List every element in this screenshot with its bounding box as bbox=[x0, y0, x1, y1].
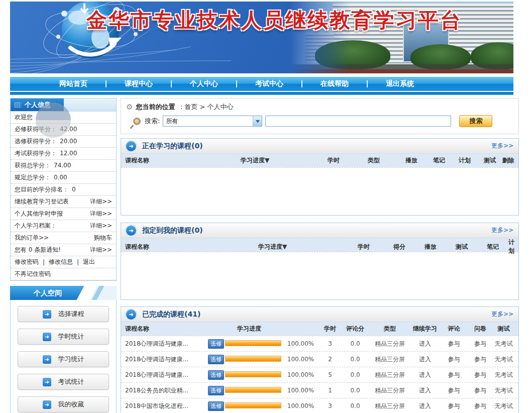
comment-link[interactable]: 参与 bbox=[440, 386, 468, 395]
continue-link[interactable]: 进入 bbox=[410, 355, 440, 364]
course-badge-cell: 选修 bbox=[208, 355, 224, 364]
course-type: 精品三分屏 bbox=[370, 386, 410, 395]
col-notes: 笔记 bbox=[427, 156, 452, 165]
main-content: ⚙ 您当前的位置 ：首页 > 个人中心 搜索: 所有 搜索 bbox=[121, 98, 519, 413]
survey-link[interactable]: 参与 bbox=[468, 386, 493, 395]
course-type: 精品三分屏 bbox=[370, 340, 410, 348]
progress-cell bbox=[224, 340, 282, 348]
breadcrumb-label: 您当前的位置 bbox=[136, 102, 175, 112]
continue-link[interactable]: 进入 bbox=[410, 386, 440, 395]
space-button[interactable]: ➜ 我的收藏 bbox=[18, 396, 109, 412]
sidebar: 个人信息 欢迎您 必修获得学分：42.00 选修获得学分：20.00 bbox=[10, 98, 117, 413]
link-separator: | bbox=[77, 259, 79, 266]
survey-link[interactable]: 参与 bbox=[468, 355, 493, 364]
course-name[interactable]: 2018公务员的职业精... bbox=[125, 386, 208, 395]
continue-link[interactable]: 进入 bbox=[410, 371, 440, 379]
personal-space-title: 个人空间 bbox=[10, 286, 85, 300]
forget-password-link[interactable]: 不再记住密码 bbox=[15, 270, 51, 278]
learning-section-header: ➜ 正在学习的课程(0) 更多>> bbox=[121, 139, 518, 154]
course-type: 精品三分屏 bbox=[370, 402, 410, 410]
info-link-left[interactable]: 个人学习档案： bbox=[15, 222, 57, 230]
course-name[interactable]: 2018心理调适与健康... bbox=[125, 371, 208, 379]
search-input[interactable] bbox=[265, 116, 451, 127]
completed-more-link[interactable]: 更多>> bbox=[491, 310, 513, 319]
progress-cell bbox=[224, 387, 282, 394]
breadcrumb-path: ：首页 > 个人中心 bbox=[178, 102, 233, 112]
nav-course-center[interactable]: 课程中心 bbox=[107, 79, 171, 88]
col-continue: 继续学习 bbox=[410, 325, 440, 333]
site-banner: 金华市专业技术人员继续教育学习平台 bbox=[10, 2, 513, 73]
info-link-right[interactable]: 详细>> bbox=[90, 222, 112, 230]
nav-logout[interactable]: 退出系统 bbox=[368, 79, 432, 88]
survey-link[interactable]: 参与 bbox=[468, 371, 493, 379]
completed-section-title: 已完成的课程(41) bbox=[142, 310, 200, 319]
learning-more-link[interactable]: 更多>> bbox=[491, 142, 513, 150]
course-name[interactable]: 2018中国市场化进程... bbox=[125, 402, 208, 410]
learning-table-header: 课程名称 学习进度▼ 学时 类型 播放 笔记 计划 测试 删除 bbox=[121, 154, 518, 167]
course-badge-cell: 选修 bbox=[208, 386, 224, 395]
change-info-link[interactable]: 修改信息 bbox=[49, 258, 73, 266]
col-progress-sort[interactable]: 学习进度▼ bbox=[241, 156, 316, 165]
course-hours: 3 bbox=[320, 402, 341, 409]
comment-score: 0.0 bbox=[341, 387, 370, 394]
course-badge-cell: 选修 bbox=[208, 401, 224, 411]
completed-table-header: 课程名称 学习进度 学时 评论分 类型 继续学习 评论 问卷 测试 bbox=[121, 322, 518, 336]
change-password-link[interactable]: 修改密码 bbox=[15, 258, 39, 266]
personal-space-header: 个人空间 bbox=[10, 286, 117, 300]
comment-link[interactable]: 参与 bbox=[440, 340, 468, 348]
breadcrumb-search-box: ⚙ 您当前的位置 ：首页 > 个人中心 搜索: 所有 搜索 bbox=[121, 98, 519, 134]
elective-badge: 选修 bbox=[208, 339, 224, 349]
nav-online-help[interactable]: 在线帮助 bbox=[302, 79, 367, 88]
info-link-right[interactable]: 详细>> bbox=[90, 197, 112, 206]
nav-personal-center[interactable]: 个人中心 bbox=[172, 79, 236, 88]
progress-bar bbox=[225, 356, 281, 362]
stat-label: 选修获得学分：20.00 bbox=[15, 137, 77, 146]
info-link-right[interactable]: 详细>> bbox=[90, 246, 112, 254]
info-link-row: 个人其他学时申报 详细>> bbox=[11, 208, 116, 220]
info-link-right[interactable]: 购物车 bbox=[94, 234, 112, 242]
continue-link[interactable]: 进入 bbox=[410, 340, 440, 348]
space-button[interactable]: ➜ 学时统计 bbox=[18, 329, 109, 345]
arrow-circle-icon: ➜ bbox=[126, 309, 136, 320]
logout-link[interactable]: 退出 bbox=[83, 258, 95, 266]
survey-link[interactable]: 参与 bbox=[468, 402, 493, 410]
progress-percent: 100.00% bbox=[282, 402, 320, 409]
continue-link[interactable]: 进入 bbox=[410, 402, 440, 410]
progress-percent: 100.00% bbox=[282, 371, 320, 378]
test-status: 无考试 bbox=[493, 355, 514, 364]
nav-home[interactable]: 网站首页 bbox=[41, 79, 105, 88]
col-progress: 学习进度 bbox=[208, 325, 320, 333]
progress-bar bbox=[225, 340, 281, 346]
info-link-left[interactable]: 个人其他学时申报 bbox=[15, 210, 63, 218]
search-icon bbox=[133, 118, 141, 125]
nav-exam-center[interactable]: 考试中心 bbox=[237, 79, 301, 88]
comment-link[interactable]: 参与 bbox=[440, 402, 468, 410]
search-type-select[interactable]: 所有 bbox=[163, 116, 262, 127]
col-progress-sort[interactable]: 学习进度▼ bbox=[258, 243, 344, 251]
space-button[interactable]: ➜ 考试统计 bbox=[18, 374, 109, 390]
arrow-right-icon: ➜ bbox=[43, 400, 51, 409]
space-button[interactable]: ➜ 选择课程 bbox=[18, 306, 109, 322]
search-button[interactable]: 搜索 bbox=[459, 115, 492, 127]
info-link-right[interactable]: 详细>> bbox=[90, 210, 112, 218]
comment-link[interactable]: 参与 bbox=[440, 371, 468, 379]
progress-bar bbox=[225, 387, 281, 393]
info-link-row: 我的订单>> 购物车 bbox=[11, 232, 116, 244]
space-button[interactable]: ➜ 学习统计 bbox=[18, 351, 109, 367]
col-survey: 问卷 bbox=[468, 325, 493, 333]
welcome-text: 欢迎您 bbox=[15, 113, 33, 122]
comment-link[interactable]: 参与 bbox=[440, 355, 468, 364]
arrow-right-icon: ➜ bbox=[43, 310, 51, 319]
course-name[interactable]: 2018心理调适与健康... bbox=[125, 355, 208, 364]
assigned-more-link[interactable]: 更多>> bbox=[491, 226, 513, 235]
col-notes: 笔记 bbox=[477, 243, 508, 251]
link-separator: | bbox=[43, 259, 45, 266]
site-title: 金华市专业技术人员继续教育学习平台 bbox=[86, 7, 488, 34]
course-name[interactable]: 2018心理调适与健康... bbox=[125, 340, 208, 348]
comment-score: 0.0 bbox=[341, 371, 370, 378]
info-link-left[interactable]: 我的订单>> bbox=[15, 234, 49, 242]
info-link-left[interactable]: 您有 0 条新通知! bbox=[15, 246, 61, 254]
arrow-circle-icon: ➜ bbox=[126, 226, 136, 236]
info-link-left[interactable]: 继续教育学习登记表 bbox=[15, 197, 69, 206]
survey-link[interactable]: 参与 bbox=[468, 340, 493, 348]
